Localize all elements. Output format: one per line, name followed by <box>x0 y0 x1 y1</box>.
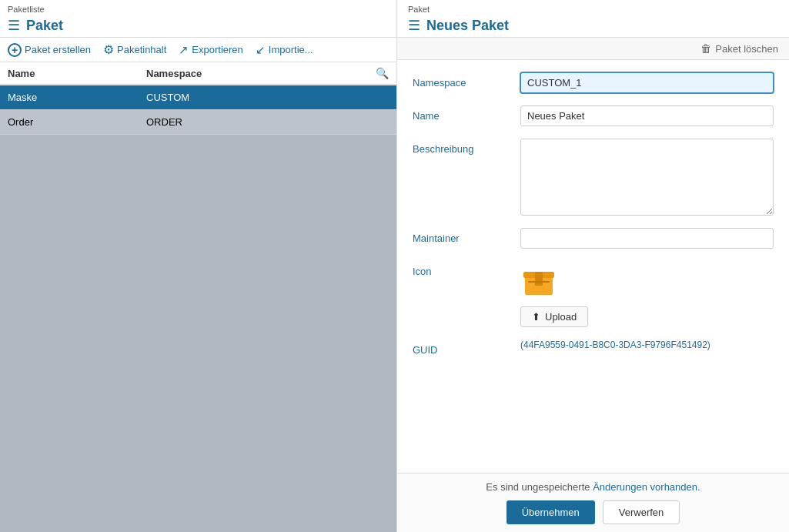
right-content: Namespace Name Beschreibung Maintainer I… <box>397 60 789 473</box>
create-label: Paket erstellen <box>25 44 91 55</box>
right-footer: Es sind ungespeicherte Änderungen vorhan… <box>397 473 789 532</box>
upload-label: Upload <box>545 311 577 323</box>
guid-row: GUID (44FA9559-0491-B8C0-3DA3-F9796F4514… <box>413 340 774 356</box>
plus-icon: + <box>8 43 22 57</box>
maintainer-row: Maintainer <box>413 228 774 249</box>
name-label: Name <box>413 105 520 122</box>
table-header: Name Namespace 🔍 <box>0 62 396 85</box>
namespace-row: Namespace <box>413 72 774 93</box>
left-title: Paket <box>26 18 63 34</box>
svg-rect-4 <box>528 281 550 283</box>
maintainer-input[interactable] <box>520 228 774 249</box>
row-name: Order <box>8 116 146 128</box>
table-row[interactable]: Order ORDER <box>0 110 396 135</box>
left-menu-icon[interactable]: ☰ <box>8 17 20 34</box>
package-icon <box>520 261 557 298</box>
guid-value[interactable]: (44FA9559-0491-B8C0-3DA3-F9796F451492) <box>520 340 710 350</box>
import-label: Importie... <box>269 44 313 55</box>
left-breadcrumb: Paketliste <box>8 5 389 14</box>
confirm-button[interactable]: Übernehmen <box>506 500 595 524</box>
package-content-button[interactable]: ⚙ Paketinhalt <box>103 42 166 57</box>
import-button[interactable]: ↙ Importie... <box>256 43 313 57</box>
unsaved-link: Änderungen vorhanden. <box>593 481 700 493</box>
import-icon: ↙ <box>256 43 266 57</box>
gear-icon: ⚙ <box>103 42 114 57</box>
content-label: Paketinhalt <box>117 44 166 55</box>
icon-label: Icon <box>413 261 520 277</box>
icon-section: ⬆ Upload <box>520 261 588 327</box>
right-breadcrumb: Paket <box>408 5 778 14</box>
maintainer-label: Maintainer <box>413 228 520 244</box>
export-label: Exportieren <box>192 44 242 55</box>
description-textarea[interactable] <box>520 139 774 216</box>
unsaved-text: Es sind ungespeicherte <box>486 481 593 493</box>
left-panel: Paketliste ☰ Paket + Paket erstellen ⚙ P… <box>0 0 396 532</box>
right-panel: Paket ☰ Neues Paket 🗑 Paket löschen Name… <box>396 0 789 532</box>
footer-buttons: Übernehmen Verwerfen <box>408 500 778 524</box>
search-icon[interactable]: 🔍 <box>376 67 389 79</box>
upload-button[interactable]: ⬆ Upload <box>520 306 588 327</box>
right-title: Neues Paket <box>426 18 509 34</box>
create-package-button[interactable]: + Paket erstellen <box>8 43 91 57</box>
col-namespace-header: Namespace <box>146 68 376 79</box>
left-header: Paketliste ☰ Paket <box>0 0 396 38</box>
export-icon: ↗ <box>179 43 189 57</box>
name-row: Name <box>413 105 774 126</box>
namespace-input[interactable] <box>520 72 774 93</box>
table-body: Maske CUSTOM Order ORDER <box>0 85 396 532</box>
description-label: Beschreibung <box>413 139 520 155</box>
delete-package-button[interactable]: 🗑 Paket löschen <box>700 42 778 55</box>
svg-rect-2 <box>535 272 543 278</box>
unsaved-message: Es sind ungespeicherte Änderungen vorhan… <box>408 481 778 493</box>
row-namespace: ORDER <box>146 116 389 128</box>
trash-icon: 🗑 <box>700 42 711 55</box>
discard-button[interactable]: Verwerfen <box>603 500 680 524</box>
left-toolbar: + Paket erstellen ⚙ Paketinhalt ↗ Export… <box>0 38 396 62</box>
col-name-header: Name <box>8 68 146 79</box>
description-row: Beschreibung <box>413 139 774 216</box>
export-button[interactable]: ↗ Exportieren <box>179 43 242 57</box>
upload-icon: ⬆ <box>532 311 540 323</box>
row-namespace: CUSTOM <box>146 92 389 103</box>
row-name: Maske <box>8 92 146 103</box>
table-row[interactable]: Maske CUSTOM <box>0 85 396 110</box>
delete-label: Paket löschen <box>715 43 778 55</box>
name-input[interactable] <box>520 105 774 126</box>
right-header: Paket ☰ Neues Paket <box>397 0 789 38</box>
right-toolbar: 🗑 Paket löschen <box>397 38 789 60</box>
guid-label: GUID <box>413 340 520 356</box>
icon-row: Icon ⬆ Upload <box>413 261 774 327</box>
right-menu-icon[interactable]: ☰ <box>408 17 420 34</box>
namespace-label: Namespace <box>413 72 520 89</box>
